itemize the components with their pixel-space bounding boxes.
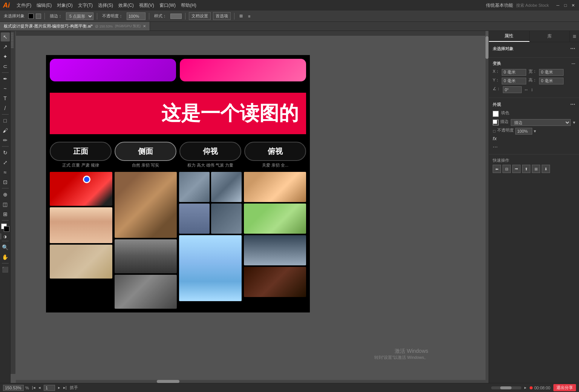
- fill-color-swatch[interactable]: [28, 14, 34, 19]
- line-tool[interactable]: /: [1, 104, 10, 113]
- menu-edit[interactable]: 编辑(E): [37, 2, 52, 9]
- workspace-mode[interactable]: 传统基本功能: [486, 2, 513, 9]
- height-input[interactable]: [539, 78, 564, 84]
- opacity-panel-input[interactable]: [515, 128, 532, 135]
- flip-h-icon[interactable]: ↔: [524, 87, 528, 92]
- align-right-btn[interactable]: ⮕: [512, 165, 521, 173]
- paintbrush-tool[interactable]: 🖌: [1, 126, 10, 135]
- library-tab[interactable]: 库: [530, 31, 570, 42]
- menu-text[interactable]: 文字(T): [78, 2, 93, 9]
- document-tab[interactable]: 板式设计提升课-图片应用-编排技巧-构图平衡.ai* @ 150.53% (RG…: [0, 22, 150, 31]
- transform-more[interactable]: ···: [571, 61, 575, 66]
- opacity-input[interactable]: [127, 12, 146, 20]
- menu-window[interactable]: 窗口(W): [159, 2, 176, 9]
- width-input[interactable]: [539, 69, 564, 76]
- fx-row: fx: [493, 136, 575, 141]
- v-scrollbar-thumb[interactable]: [486, 36, 489, 59]
- panel-options[interactable]: ≡: [570, 31, 579, 42]
- h-scrollbar-thumb[interactable]: [157, 380, 179, 383]
- hand-tool[interactable]: ✋: [1, 253, 10, 262]
- text-tool[interactable]: T: [1, 94, 10, 103]
- stroke-select-panel[interactable]: 描边: [511, 119, 571, 126]
- menu-select[interactable]: 选择(S): [98, 2, 113, 9]
- appearance-more[interactable]: ···: [570, 101, 575, 108]
- align-middle-btn[interactable]: ⊞: [532, 165, 540, 173]
- x-input[interactable]: [502, 69, 526, 76]
- lasso-tool[interactable]: ⊂: [1, 62, 10, 71]
- align-top-btn[interactable]: ⬆: [522, 165, 530, 173]
- shape-builder-tool[interactable]: ⊕: [1, 190, 10, 199]
- stroke-chevron[interactable]: ▾: [573, 120, 575, 125]
- properties-tab[interactable]: 属性: [489, 31, 530, 42]
- category-low-btn[interactable]: 仰视: [179, 142, 241, 161]
- rectangle-tool[interactable]: □: [1, 116, 10, 125]
- stroke-box[interactable]: [4, 226, 9, 232]
- nav-next[interactable]: ▸: [58, 385, 60, 390]
- pencil-tool[interactable]: ✏: [1, 136, 10, 145]
- pen-tool[interactable]: ✒: [1, 74, 10, 83]
- section-more-icon[interactable]: ···: [570, 45, 575, 52]
- minimize-button[interactable]: ─: [555, 2, 561, 8]
- doc-settings-button[interactable]: 文档设置: [189, 12, 211, 20]
- stroke-color-swatch[interactable]: [36, 14, 41, 19]
- more-tools-icon[interactable]: ≡: [247, 13, 252, 19]
- style-swatch[interactable]: [170, 14, 182, 19]
- stroke-select[interactable]: 5 点圆形: [66, 12, 93, 20]
- exit-share-button[interactable]: 退出分享: [553, 384, 576, 391]
- nav-next-next[interactable]: ▸|: [63, 385, 67, 390]
- scroll-indicator[interactable]: [491, 386, 521, 389]
- appearance-dots[interactable]: ···: [493, 144, 498, 150]
- align-center-btn[interactable]: ⊟: [502, 165, 511, 173]
- nav-prev[interactable]: ◂: [38, 385, 41, 390]
- align-left-btn[interactable]: ⬅: [493, 165, 501, 173]
- gradient-tool[interactable]: ◫: [1, 200, 10, 209]
- tab-zoom: @ 150.53%: [95, 24, 113, 28]
- selection-tool[interactable]: ↖: [1, 32, 10, 41]
- banner-pink: [180, 59, 306, 81]
- menu-help[interactable]: 帮助(H): [181, 2, 196, 9]
- close-button[interactable]: ✕: [570, 2, 576, 8]
- tab-close-button[interactable]: ✕: [143, 24, 146, 28]
- gradient-mode-icon[interactable]: ◑: [2, 233, 8, 239]
- curvature-tool[interactable]: ~: [1, 84, 10, 93]
- warp-tool[interactable]: ≈: [1, 168, 10, 177]
- zoom-input[interactable]: [3, 385, 24, 391]
- menu-file[interactable]: 文件(F): [17, 2, 31, 9]
- preferences-button[interactable]: 首选项: [213, 12, 231, 20]
- menu-object[interactable]: 对象(O): [57, 2, 72, 9]
- mesh-tool[interactable]: ⊞: [1, 210, 10, 219]
- rotate-tool[interactable]: ↻: [1, 148, 10, 157]
- opacity-chevron[interactable]: ▾: [534, 129, 536, 134]
- nav-prev-prev[interactable]: |◂: [32, 385, 35, 390]
- direct-selection-tool[interactable]: ↗: [1, 42, 10, 51]
- menu-bar: Ai 文件(F) 编辑(E) 对象(O) 文字(T) 选择(S) 效果(C) 视…: [0, 0, 579, 11]
- horizontal-scrollbar[interactable]: [16, 380, 486, 383]
- search-stock[interactable]: 搜索 Adobe Stock: [516, 3, 549, 8]
- panel-more-icon[interactable]: ≡: [573, 33, 576, 40]
- magic-wand-tool[interactable]: ✦: [1, 52, 10, 61]
- category-front-btn[interactable]: 正面: [50, 142, 112, 161]
- color-mode-icon[interactable]: ●: [0, 233, 2, 239]
- scale-tool[interactable]: ⤢: [1, 158, 10, 167]
- divider-1: [44, 13, 45, 20]
- restore-button[interactable]: □: [562, 2, 568, 8]
- zoom-tool[interactable]: 🔍: [1, 243, 10, 252]
- scroll-right[interactable]: ▸: [524, 385, 527, 390]
- fill-color-indicator[interactable]: [493, 111, 499, 117]
- menu-effect[interactable]: 效果(C): [118, 2, 134, 9]
- artboard-tool[interactable]: ⬛: [1, 265, 10, 274]
- category-side-btn[interactable]: 侧面: [115, 142, 176, 161]
- menu-view[interactable]: 视图(V): [139, 2, 154, 9]
- angle-input[interactable]: [503, 86, 522, 93]
- vertical-scrollbar[interactable]: [486, 36, 489, 383]
- flip-v-icon[interactable]: ↕: [531, 87, 533, 92]
- arrange-icon[interactable]: ⊞: [238, 13, 244, 19]
- stroke-indicator[interactable]: [493, 119, 499, 126]
- align-bottom-btn[interactable]: ⬇: [542, 165, 550, 173]
- fx-label[interactable]: fx: [493, 136, 497, 141]
- page-input[interactable]: [44, 385, 55, 391]
- category-top-btn[interactable]: 俯视: [244, 142, 306, 161]
- y-input[interactable]: [502, 78, 526, 84]
- free-transform-tool[interactable]: ⊡: [1, 178, 10, 187]
- canvas-container[interactable]: ||||||||||||||||||||||| 这是一个读图的: [11, 31, 489, 383]
